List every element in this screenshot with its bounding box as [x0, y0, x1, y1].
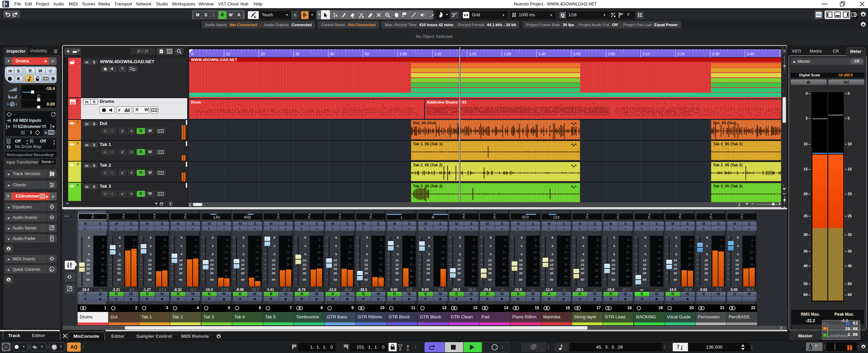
- svg-text:1:30: 1:30: [504, 52, 511, 56]
- svg-text:2:30: 2:30: [712, 52, 719, 56]
- svg-text:0: 0: [191, 52, 193, 56]
- svg-text:10: 10: [226, 52, 230, 56]
- svg-text:20: 20: [261, 52, 265, 56]
- svg-text:2:00: 2:00: [608, 52, 615, 56]
- svg-text:40: 40: [330, 52, 334, 56]
- svg-text:50: 50: [365, 52, 369, 56]
- svg-text:2:20: 2:20: [677, 52, 685, 56]
- svg-text:a: a: [335, 13, 338, 17]
- svg-text:1:50: 1:50: [573, 52, 580, 56]
- svg-text:1:00: 1:00: [399, 52, 407, 56]
- svg-text:1:10: 1:10: [434, 52, 441, 56]
- svg-text:30: 30: [295, 52, 299, 56]
- svg-text:1:20: 1:20: [469, 52, 476, 56]
- svg-text:2:10: 2:10: [643, 52, 650, 56]
- svg-text:2:40: 2:40: [747, 52, 754, 56]
- svg-text:1:40: 1:40: [538, 52, 546, 56]
